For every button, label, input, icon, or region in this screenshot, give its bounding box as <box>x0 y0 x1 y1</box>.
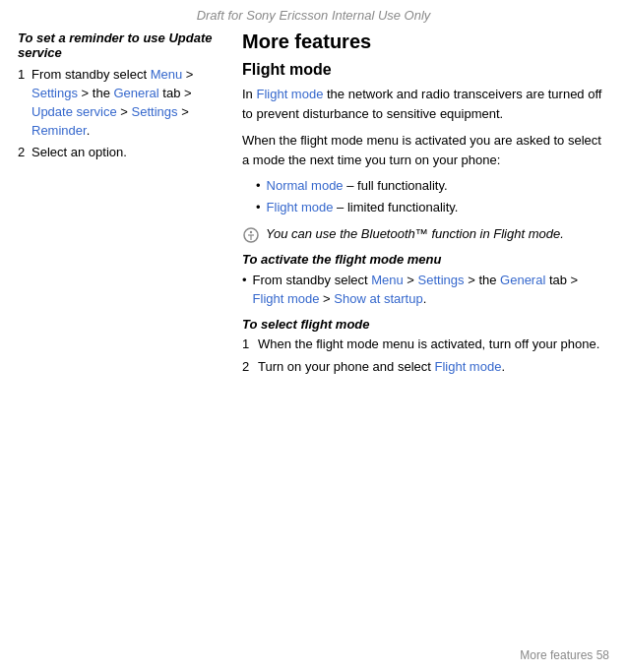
step-num-2: 2 <box>18 144 31 162</box>
menu-link-s1[interactable]: Menu <box>371 273 404 287</box>
settings-link-1[interactable]: Settings <box>31 86 78 100</box>
subsection2-title: To select flight mode <box>242 317 609 332</box>
sub2-step-num-1: 1 <box>242 336 258 354</box>
left-column: To set a reminder to use Update service … <box>18 27 224 382</box>
tip-block: You can use the Bluetooth™ function in F… <box>242 225 609 244</box>
reminder-link[interactable]: Reminder <box>31 123 87 138</box>
subsection2-steps: 1 When the flight mode menu is activated… <box>242 336 609 377</box>
update-service-link[interactable]: Update service <box>31 104 117 119</box>
left-step-2: 2 Select an option. <box>18 144 224 162</box>
settings-link-2[interactable]: Settings <box>132 104 178 119</box>
flight-mode-link-s2[interactable]: Flight mode <box>434 359 501 374</box>
menu-link-1[interactable]: Menu <box>151 67 183 82</box>
footer: More features 58 <box>0 648 627 662</box>
subsection2-step-2: 2 Turn on your phone and select Flight m… <box>242 358 609 377</box>
main-heading: More features <box>242 31 609 53</box>
left-section-title: To set a reminder to use Update service <box>18 31 224 60</box>
left-step-1: 1 From standby select Menu > Settings > … <box>18 66 224 140</box>
right-column: More features Flight mode In Flight mode… <box>242 27 609 382</box>
intro-paragraph: In Flight mode the network and radio tra… <box>242 85 609 123</box>
subsection1-steps: From standby select Menu > Settings > th… <box>242 271 609 309</box>
step-num-1: 1 <box>18 66 31 85</box>
bullet-normal-mode: Normal mode – full functionality. <box>256 177 609 196</box>
mode-bullets: Normal mode – full functionality. Flight… <box>256 177 609 217</box>
step-content-2: Select an option. <box>31 144 224 162</box>
left-steps-list: 1 From standby select Menu > Settings > … <box>18 66 224 162</box>
footer-right: More features 58 <box>520 648 609 662</box>
step-content-1: From standby select Menu > Settings > th… <box>31 66 224 140</box>
general-link-s1[interactable]: General <box>500 273 545 287</box>
subsection1-step-1-content: From standby select Menu > Settings > th… <box>253 271 609 309</box>
subsection1-step-1: From standby select Menu > Settings > th… <box>242 271 609 309</box>
sub2-step-content-2: Turn on your phone and select Flight mod… <box>258 358 609 377</box>
settings-link-s1[interactable]: Settings <box>418 273 465 287</box>
show-at-startup-link[interactable]: Show at startup <box>334 291 422 306</box>
para-2: When the flight mode menu is activated y… <box>242 131 609 169</box>
subsection2-step-1: 1 When the flight mode menu is activated… <box>242 336 609 354</box>
flight-mode-link-s1[interactable]: Flight mode <box>253 291 320 306</box>
bullet-flight-mode: Flight mode – limited functionality. <box>256 199 609 217</box>
normal-mode-link[interactable]: Normal mode <box>267 177 344 196</box>
subsection1-title: To activate the flight mode menu <box>242 252 609 267</box>
tip-icon <box>242 226 260 244</box>
sub2-step-content-1: When the flight mode menu is activated, … <box>258 336 609 354</box>
flight-mode-link-intro[interactable]: Flight mode <box>256 87 323 101</box>
sub2-step-num-2: 2 <box>242 358 258 377</box>
draft-header: Draft for Sony Ericsson Internal Use Onl… <box>0 0 627 27</box>
tip-text: You can use the Bluetooth™ function in F… <box>266 225 564 244</box>
svg-point-1 <box>250 230 252 232</box>
sub-heading-flight-mode: Flight mode <box>242 61 609 79</box>
general-link-1[interactable]: General <box>113 86 158 100</box>
flight-mode-link-bullet[interactable]: Flight mode <box>267 199 334 217</box>
